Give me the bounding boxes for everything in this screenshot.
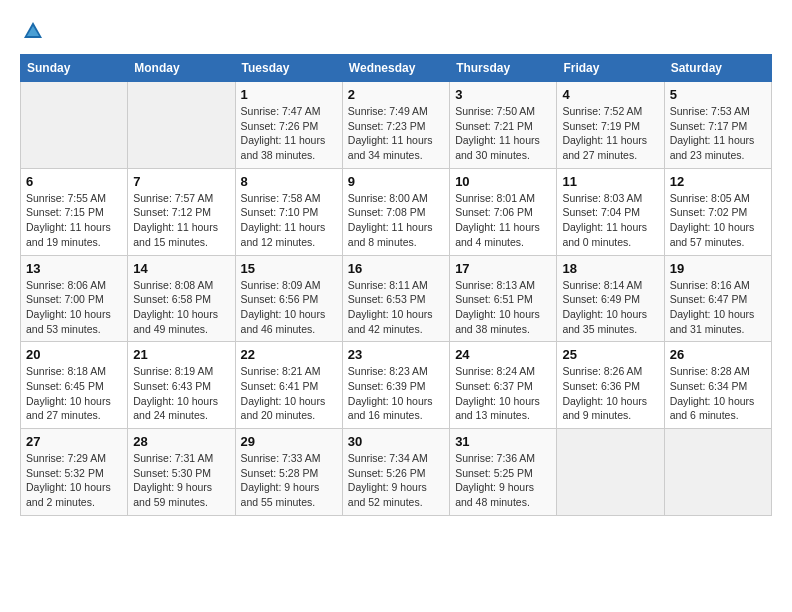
calendar-cell: 22 Sunrise: 8:21 AM Sunset: 6:41 PM Dayl… bbox=[235, 342, 342, 429]
calendar-cell: 12 Sunrise: 8:05 AM Sunset: 7:02 PM Dayl… bbox=[664, 168, 771, 255]
calendar-cell: 6 Sunrise: 7:55 AM Sunset: 7:15 PM Dayli… bbox=[21, 168, 128, 255]
sunrise-text: Sunrise: 8:16 AM bbox=[670, 279, 750, 291]
sunset-text: Sunset: 7:19 PM bbox=[562, 120, 640, 132]
day-number: 25 bbox=[562, 347, 658, 362]
calendar-cell: 26 Sunrise: 8:28 AM Sunset: 6:34 PM Dayl… bbox=[664, 342, 771, 429]
weekday-header-sunday: Sunday bbox=[21, 55, 128, 82]
day-info: Sunrise: 7:33 AM Sunset: 5:28 PM Dayligh… bbox=[241, 451, 337, 510]
calendar-week-row: 20 Sunrise: 8:18 AM Sunset: 6:45 PM Dayl… bbox=[21, 342, 772, 429]
sunset-text: Sunset: 7:10 PM bbox=[241, 206, 319, 218]
day-number: 22 bbox=[241, 347, 337, 362]
day-info: Sunrise: 7:50 AM Sunset: 7:21 PM Dayligh… bbox=[455, 104, 551, 163]
sunrise-text: Sunrise: 7:31 AM bbox=[133, 452, 213, 464]
day-info: Sunrise: 8:08 AM Sunset: 6:58 PM Dayligh… bbox=[133, 278, 229, 337]
day-number: 14 bbox=[133, 261, 229, 276]
calendar-cell: 4 Sunrise: 7:52 AM Sunset: 7:19 PM Dayli… bbox=[557, 82, 664, 169]
sunrise-text: Sunrise: 7:47 AM bbox=[241, 105, 321, 117]
sunrise-text: Sunrise: 8:11 AM bbox=[348, 279, 428, 291]
calendar-cell: 29 Sunrise: 7:33 AM Sunset: 5:28 PM Dayl… bbox=[235, 429, 342, 516]
day-number: 20 bbox=[26, 347, 122, 362]
daylight-text: Daylight: 11 hours and 4 minutes. bbox=[455, 221, 540, 248]
day-info: Sunrise: 8:19 AM Sunset: 6:43 PM Dayligh… bbox=[133, 364, 229, 423]
day-info: Sunrise: 8:18 AM Sunset: 6:45 PM Dayligh… bbox=[26, 364, 122, 423]
calendar-cell bbox=[128, 82, 235, 169]
sunrise-text: Sunrise: 8:24 AM bbox=[455, 365, 535, 377]
sunset-text: Sunset: 7:08 PM bbox=[348, 206, 426, 218]
day-info: Sunrise: 7:55 AM Sunset: 7:15 PM Dayligh… bbox=[26, 191, 122, 250]
calendar-cell: 3 Sunrise: 7:50 AM Sunset: 7:21 PM Dayli… bbox=[450, 82, 557, 169]
sunrise-text: Sunrise: 7:53 AM bbox=[670, 105, 750, 117]
sunset-text: Sunset: 7:15 PM bbox=[26, 206, 104, 218]
day-info: Sunrise: 8:05 AM Sunset: 7:02 PM Dayligh… bbox=[670, 191, 766, 250]
day-number: 12 bbox=[670, 174, 766, 189]
daylight-text: Daylight: 9 hours and 52 minutes. bbox=[348, 481, 427, 508]
sunrise-text: Sunrise: 8:26 AM bbox=[562, 365, 642, 377]
daylight-text: Daylight: 11 hours and 15 minutes. bbox=[133, 221, 218, 248]
weekday-header-friday: Friday bbox=[557, 55, 664, 82]
sunset-text: Sunset: 6:43 PM bbox=[133, 380, 211, 392]
daylight-text: Daylight: 10 hours and 53 minutes. bbox=[26, 308, 111, 335]
calendar-cell: 16 Sunrise: 8:11 AM Sunset: 6:53 PM Dayl… bbox=[342, 255, 449, 342]
sunrise-text: Sunrise: 8:03 AM bbox=[562, 192, 642, 204]
sunrise-text: Sunrise: 8:23 AM bbox=[348, 365, 428, 377]
sunset-text: Sunset: 5:25 PM bbox=[455, 467, 533, 479]
day-info: Sunrise: 8:03 AM Sunset: 7:04 PM Dayligh… bbox=[562, 191, 658, 250]
day-info: Sunrise: 7:34 AM Sunset: 5:26 PM Dayligh… bbox=[348, 451, 444, 510]
weekday-header-row: SundayMondayTuesdayWednesdayThursdayFrid… bbox=[21, 55, 772, 82]
day-info: Sunrise: 8:06 AM Sunset: 7:00 PM Dayligh… bbox=[26, 278, 122, 337]
sunset-text: Sunset: 5:32 PM bbox=[26, 467, 104, 479]
day-number: 9 bbox=[348, 174, 444, 189]
day-number: 11 bbox=[562, 174, 658, 189]
sunrise-text: Sunrise: 7:33 AM bbox=[241, 452, 321, 464]
sunrise-text: Sunrise: 8:01 AM bbox=[455, 192, 535, 204]
day-info: Sunrise: 8:00 AM Sunset: 7:08 PM Dayligh… bbox=[348, 191, 444, 250]
day-number: 6 bbox=[26, 174, 122, 189]
calendar-cell: 18 Sunrise: 8:14 AM Sunset: 6:49 PM Dayl… bbox=[557, 255, 664, 342]
day-number: 24 bbox=[455, 347, 551, 362]
calendar-cell: 24 Sunrise: 8:24 AM Sunset: 6:37 PM Dayl… bbox=[450, 342, 557, 429]
calendar-cell: 23 Sunrise: 8:23 AM Sunset: 6:39 PM Dayl… bbox=[342, 342, 449, 429]
sunset-text: Sunset: 6:36 PM bbox=[562, 380, 640, 392]
day-info: Sunrise: 8:21 AM Sunset: 6:41 PM Dayligh… bbox=[241, 364, 337, 423]
sunset-text: Sunset: 6:49 PM bbox=[562, 293, 640, 305]
day-number: 29 bbox=[241, 434, 337, 449]
day-number: 28 bbox=[133, 434, 229, 449]
calendar-cell: 28 Sunrise: 7:31 AM Sunset: 5:30 PM Dayl… bbox=[128, 429, 235, 516]
sunrise-text: Sunrise: 8:19 AM bbox=[133, 365, 213, 377]
day-number: 13 bbox=[26, 261, 122, 276]
sunrise-text: Sunrise: 8:00 AM bbox=[348, 192, 428, 204]
sunrise-text: Sunrise: 7:29 AM bbox=[26, 452, 106, 464]
calendar-cell: 8 Sunrise: 7:58 AM Sunset: 7:10 PM Dayli… bbox=[235, 168, 342, 255]
day-info: Sunrise: 8:24 AM Sunset: 6:37 PM Dayligh… bbox=[455, 364, 551, 423]
sunrise-text: Sunrise: 8:08 AM bbox=[133, 279, 213, 291]
calendar-week-row: 27 Sunrise: 7:29 AM Sunset: 5:32 PM Dayl… bbox=[21, 429, 772, 516]
day-number: 27 bbox=[26, 434, 122, 449]
day-number: 15 bbox=[241, 261, 337, 276]
daylight-text: Daylight: 10 hours and 31 minutes. bbox=[670, 308, 755, 335]
sunrise-text: Sunrise: 8:18 AM bbox=[26, 365, 106, 377]
calendar-cell: 31 Sunrise: 7:36 AM Sunset: 5:25 PM Dayl… bbox=[450, 429, 557, 516]
day-info: Sunrise: 7:31 AM Sunset: 5:30 PM Dayligh… bbox=[133, 451, 229, 510]
sunset-text: Sunset: 7:02 PM bbox=[670, 206, 748, 218]
day-number: 19 bbox=[670, 261, 766, 276]
calendar-cell: 15 Sunrise: 8:09 AM Sunset: 6:56 PM Dayl… bbox=[235, 255, 342, 342]
daylight-text: Daylight: 10 hours and 57 minutes. bbox=[670, 221, 755, 248]
daylight-text: Daylight: 10 hours and 24 minutes. bbox=[133, 395, 218, 422]
daylight-text: Daylight: 11 hours and 38 minutes. bbox=[241, 134, 326, 161]
daylight-text: Daylight: 11 hours and 12 minutes. bbox=[241, 221, 326, 248]
day-number: 10 bbox=[455, 174, 551, 189]
sunrise-text: Sunrise: 8:05 AM bbox=[670, 192, 750, 204]
day-number: 16 bbox=[348, 261, 444, 276]
calendar-cell: 11 Sunrise: 8:03 AM Sunset: 7:04 PM Dayl… bbox=[557, 168, 664, 255]
daylight-text: Daylight: 11 hours and 19 minutes. bbox=[26, 221, 111, 248]
page-header bbox=[20, 20, 772, 38]
day-info: Sunrise: 7:57 AM Sunset: 7:12 PM Dayligh… bbox=[133, 191, 229, 250]
sunrise-text: Sunrise: 7:34 AM bbox=[348, 452, 428, 464]
calendar-week-row: 6 Sunrise: 7:55 AM Sunset: 7:15 PM Dayli… bbox=[21, 168, 772, 255]
calendar-cell: 21 Sunrise: 8:19 AM Sunset: 6:43 PM Dayl… bbox=[128, 342, 235, 429]
day-info: Sunrise: 8:11 AM Sunset: 6:53 PM Dayligh… bbox=[348, 278, 444, 337]
sunrise-text: Sunrise: 8:09 AM bbox=[241, 279, 321, 291]
sunrise-text: Sunrise: 8:21 AM bbox=[241, 365, 321, 377]
sunset-text: Sunset: 7:21 PM bbox=[455, 120, 533, 132]
day-number: 23 bbox=[348, 347, 444, 362]
